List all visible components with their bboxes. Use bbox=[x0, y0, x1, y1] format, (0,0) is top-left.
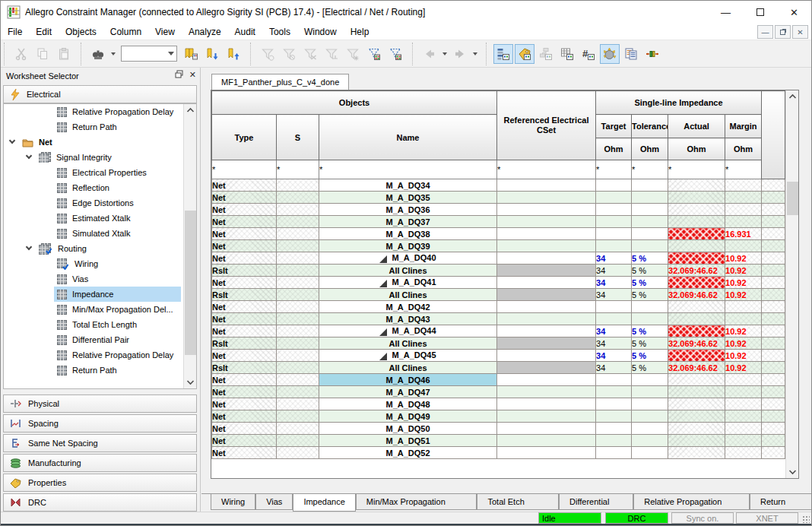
cut-button[interactable] bbox=[11, 44, 31, 64]
cell-tolerance[interactable] bbox=[632, 204, 668, 216]
filter-edit-button[interactable] bbox=[322, 44, 341, 64]
chevron-down-icon[interactable] bbox=[9, 138, 15, 144]
mdi-minimize-icon[interactable]: — bbox=[757, 25, 773, 39]
cell-name[interactable]: M_A_DQ51 bbox=[319, 435, 497, 447]
cell-type[interactable]: Net bbox=[212, 179, 277, 192]
minimize-icon[interactable]: — bbox=[709, 1, 743, 24]
show-objects-toggle[interactable] bbox=[493, 44, 513, 64]
margin-header[interactable]: Margin bbox=[725, 115, 762, 138]
sheet-tab[interactable]: MF1_Panther_plus_C_v4_done bbox=[211, 74, 349, 90]
find-button[interactable] bbox=[88, 44, 108, 64]
cell-name[interactable]: M_A_DQ41 bbox=[319, 277, 497, 289]
cell-referenced-cset[interactable] bbox=[497, 179, 596, 192]
tree-scrollbar[interactable] bbox=[183, 104, 196, 388]
cell-referenced-cset[interactable] bbox=[497, 301, 596, 313]
cell-tolerance[interactable] bbox=[632, 423, 668, 435]
menu-analyze[interactable]: Analyze bbox=[182, 24, 228, 40]
cell-s[interactable] bbox=[277, 289, 319, 301]
section-physical[interactable]: Physical bbox=[3, 394, 197, 413]
tree-scroll-down-icon[interactable] bbox=[184, 376, 197, 388]
section-same-net-spacing[interactable]: Same Net Spacing bbox=[3, 434, 197, 452]
cell-name[interactable]: M_A_DQ47 bbox=[319, 386, 497, 398]
cell-name[interactable]: M_A_DQ43 bbox=[319, 313, 497, 325]
cell-s[interactable] bbox=[277, 398, 319, 410]
cell-type[interactable]: Net bbox=[212, 410, 277, 423]
filter-s[interactable]: * bbox=[277, 160, 319, 179]
cell-target[interactable] bbox=[596, 216, 632, 228]
filter-advanced-button[interactable] bbox=[343, 44, 363, 64]
name-header[interactable]: Name bbox=[319, 115, 497, 160]
cell-name[interactable]: M_A_DQ40 bbox=[319, 252, 497, 265]
float-panel-icon[interactable] bbox=[175, 70, 183, 80]
cell-actual[interactable]: 32.069:46.62 bbox=[668, 337, 725, 350]
show-hierarchy-toggle[interactable] bbox=[536, 44, 556, 64]
cell-referenced-cset[interactable] bbox=[497, 374, 596, 386]
menu-file[interactable]: File bbox=[1, 24, 29, 40]
chevron-down-icon[interactable] bbox=[111, 52, 116, 55]
cell-margin[interactable] bbox=[725, 204, 762, 216]
cell-referenced-cset[interactable] bbox=[497, 240, 596, 252]
cell-target[interactable] bbox=[596, 240, 632, 252]
filter-margin[interactable]: * bbox=[725, 160, 762, 179]
cell-tolerance[interactable]: 5 % bbox=[632, 362, 668, 374]
cell-margin[interactable] bbox=[725, 179, 762, 192]
cell-actual[interactable] bbox=[668, 216, 725, 228]
cell-tolerance[interactable] bbox=[632, 313, 668, 325]
sidebar-item-total-etch-length[interactable]: Total Etch Length bbox=[4, 317, 196, 332]
cell-actual[interactable]: 32.069:46.62 bbox=[668, 265, 725, 277]
tab-relative-propagation-delay[interactable]: Relative Propagation Delay bbox=[633, 494, 750, 510]
cell-target[interactable] bbox=[596, 228, 632, 240]
cell-type[interactable]: Net bbox=[212, 313, 277, 325]
cell-s[interactable] bbox=[277, 410, 319, 423]
cell-tolerance[interactable]: 5 % bbox=[632, 277, 668, 289]
close-panel-icon[interactable]: ✕ bbox=[189, 70, 196, 80]
cell-actual[interactable] bbox=[668, 386, 725, 398]
cell-s[interactable] bbox=[277, 265, 319, 277]
cell-type[interactable]: Net bbox=[212, 435, 277, 447]
cell-tolerance[interactable]: 5 % bbox=[632, 325, 668, 337]
filter-name[interactable]: * bbox=[319, 160, 497, 179]
resize-grip[interactable] bbox=[802, 515, 810, 523]
cell-tolerance[interactable]: 5 % bbox=[632, 350, 668, 362]
cell-type[interactable]: Net bbox=[212, 386, 277, 398]
tab-impedance[interactable]: Impedance bbox=[293, 494, 355, 512]
cell-s[interactable] bbox=[277, 374, 319, 386]
cell-name[interactable]: All Clines bbox=[319, 337, 497, 350]
cell-s[interactable] bbox=[277, 301, 319, 313]
sidebar-item-signal-integrity[interactable]: Signal Integrity bbox=[4, 150, 196, 165]
cell-name[interactable]: M_A_DQ52 bbox=[319, 447, 497, 459]
cell-type[interactable]: Net bbox=[212, 192, 277, 204]
chevron-down-icon[interactable] bbox=[442, 52, 447, 55]
close-icon[interactable]: ✕ bbox=[777, 1, 811, 24]
sidebar-item-electrical-properties[interactable]: Electrical Properties bbox=[4, 165, 196, 180]
cell-s[interactable] bbox=[277, 252, 319, 265]
cell-type[interactable]: Net bbox=[212, 350, 277, 362]
cell-target[interactable] bbox=[596, 398, 632, 410]
menu-column[interactable]: Column bbox=[103, 24, 148, 40]
cell-target[interactable]: 34 bbox=[596, 337, 632, 350]
cell-actual[interactable] bbox=[668, 192, 725, 204]
maximize-icon[interactable] bbox=[743, 1, 777, 24]
cell-type[interactable]: Net bbox=[212, 301, 277, 313]
sidebar-item-reflection[interactable]: Reflection bbox=[4, 180, 196, 195]
cell-s[interactable] bbox=[277, 204, 319, 216]
cell-type[interactable]: Net bbox=[212, 423, 277, 435]
scroll-up-icon[interactable] bbox=[786, 90, 799, 103]
cell-actual[interactable] bbox=[668, 179, 725, 192]
cell-margin[interactable]: 10.92 bbox=[725, 265, 762, 277]
cell-tolerance[interactable] bbox=[632, 386, 668, 398]
filter-actual[interactable]: * bbox=[668, 160, 725, 179]
cell-s[interactable] bbox=[277, 216, 319, 228]
cell-name[interactable]: M_A_DQ39 bbox=[319, 240, 497, 252]
cell-margin[interactable]: 10.92 bbox=[725, 362, 762, 374]
sidebar-item-wiring[interactable]: Wiring bbox=[4, 256, 196, 271]
sidebar-item-vias[interactable]: Vias bbox=[4, 271, 196, 287]
cell-referenced-cset[interactable] bbox=[497, 313, 596, 325]
cell-referenced-cset[interactable] bbox=[497, 362, 596, 374]
cell-target[interactable] bbox=[596, 313, 632, 325]
filter-type[interactable]: * bbox=[212, 160, 277, 179]
section-drc[interactable]: DRC bbox=[3, 493, 197, 512]
cell-actual[interactable] bbox=[668, 423, 725, 435]
cell-referenced-cset[interactable] bbox=[497, 265, 596, 277]
expand-triangle-icon[interactable] bbox=[379, 353, 387, 360]
